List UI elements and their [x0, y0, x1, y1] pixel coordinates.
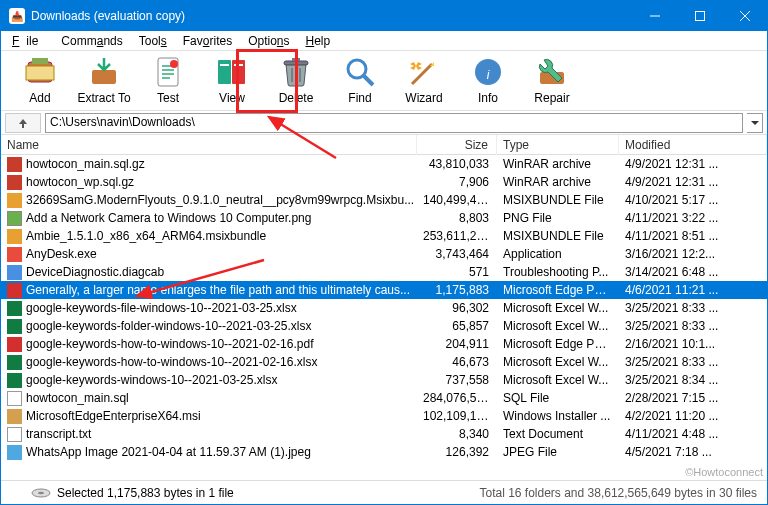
delete-button[interactable]: Delete — [265, 52, 327, 110]
wizard-icon — [408, 56, 440, 88]
file-row[interactable]: howtocon_main.sql.gz43,810,033WinRAR arc… — [1, 155, 767, 173]
find-button[interactable]: Find — [329, 52, 391, 110]
file-row[interactable]: google-keywords-file-windows-10--2021-03… — [1, 299, 767, 317]
svg-line-20 — [364, 76, 373, 85]
close-button[interactable] — [722, 1, 767, 31]
file-row[interactable]: google-keywords-how-to-windows-10--2021-… — [1, 335, 767, 353]
file-size: 140,499,451 — [417, 192, 497, 208]
add-icon — [24, 56, 56, 88]
menu-tools[interactable]: Tools — [132, 32, 174, 50]
minimize-button[interactable] — [632, 1, 677, 31]
file-row[interactable]: MicrosoftEdgeEnterpriseX64.msi102,109,18… — [1, 407, 767, 425]
find-icon — [344, 56, 376, 88]
file-icon — [7, 337, 22, 352]
toolbar: Add Extract To Test View Delete Find Wiz… — [1, 51, 767, 111]
maximize-button[interactable] — [677, 1, 722, 31]
wizard-button[interactable]: Wizard — [393, 52, 455, 110]
file-row[interactable]: WhatsApp Image 2021-04-04 at 11.59.37 AM… — [1, 443, 767, 461]
file-modified: 3/25/2021 8:33 ... — [619, 318, 767, 334]
file-row[interactable]: transcript.txt8,340Text Document4/11/202… — [1, 425, 767, 443]
file-icon — [7, 157, 22, 172]
svg-rect-11 — [232, 60, 245, 84]
col-size[interactable]: Size — [417, 135, 497, 155]
file-row[interactable]: DeviceDiagnostic.diagcab571Troubleshooti… — [1, 263, 767, 281]
file-modified: 2/28/2021 7:15 ... — [619, 390, 767, 406]
file-name: DeviceDiagnostic.diagcab — [26, 265, 164, 279]
file-size: 126,392 — [417, 444, 497, 460]
view-icon — [216, 56, 248, 88]
file-type: Microsoft Excel W... — [497, 354, 619, 370]
file-icon — [7, 427, 22, 442]
repair-button[interactable]: Repair — [521, 52, 583, 110]
file-row[interactable]: howtocon_wp.sql.gz7,906WinRAR archive4/9… — [1, 173, 767, 191]
file-type: WinRAR archive — [497, 156, 619, 172]
path-dropdown[interactable] — [747, 113, 763, 133]
menu-file[interactable]: File — [5, 32, 52, 50]
col-modified[interactable]: Modified — [619, 135, 767, 155]
svg-rect-14 — [284, 61, 308, 65]
file-name: MicrosoftEdgeEnterpriseX64.msi — [26, 409, 201, 423]
extract-icon — [88, 56, 120, 88]
file-size: 65,857 — [417, 318, 497, 334]
file-row[interactable]: 32669SamG.ModernFlyouts_0.9.1.0_neutral_… — [1, 191, 767, 209]
file-row[interactable]: Ambie_1.5.1.0_x86_x64_ARM64.msixbundle25… — [1, 227, 767, 245]
menu-commands[interactable]: Commands — [54, 32, 129, 50]
file-row[interactable]: google-keywords-how-to-windows-10--2021-… — [1, 353, 767, 371]
svg-rect-10 — [218, 60, 231, 84]
svg-rect-5 — [32, 58, 48, 64]
file-row[interactable]: AnyDesk.exe3,743,464Application3/16/2021… — [1, 245, 767, 263]
file-size: 8,803 — [417, 210, 497, 226]
file-modified: 4/2/2021 11:20 ... — [619, 408, 767, 424]
file-modified: 4/6/2021 11:21 ... — [619, 282, 767, 298]
file-row[interactable]: google-keywords-windows-10--2021-03-25.x… — [1, 371, 767, 389]
file-list[interactable]: howtocon_main.sql.gz43,810,033WinRAR arc… — [1, 155, 767, 461]
up-button[interactable] — [5, 113, 41, 133]
file-row[interactable]: Generally, a larger name enlarges the fi… — [1, 281, 767, 299]
file-icon — [7, 409, 22, 424]
svg-rect-7 — [92, 70, 116, 84]
file-icon — [7, 247, 22, 262]
col-type[interactable]: Type — [497, 135, 619, 155]
status-selected: Selected 1,175,883 bytes in 1 file — [57, 486, 234, 500]
app-icon: 📥 — [9, 8, 25, 24]
file-type: Application — [497, 246, 619, 262]
repair-icon — [536, 56, 568, 88]
file-row[interactable]: howtocon_main.sql284,076,548SQL File2/28… — [1, 389, 767, 407]
file-name: howtocon_main.sql.gz — [26, 157, 145, 171]
view-button[interactable]: View — [201, 52, 263, 110]
col-name[interactable]: Name — [1, 135, 417, 155]
file-icon — [7, 319, 22, 334]
menu-options[interactable]: Options — [241, 32, 296, 50]
window-title: Downloads (evaluation copy) — [31, 9, 632, 23]
file-modified: 3/25/2021 8:34 ... — [619, 372, 767, 388]
file-type: Windows Installer ... — [497, 408, 619, 424]
file-modified: 4/10/2021 5:17 ... — [619, 192, 767, 208]
file-type: Microsoft Edge PD... — [497, 336, 619, 352]
menu-help[interactable]: Help — [299, 32, 338, 50]
path-input[interactable]: C:\Users\navin\Downloads\ — [45, 113, 743, 133]
file-size: 102,109,184 — [417, 408, 497, 424]
status-bar: Selected 1,175,883 bytes in 1 file Total… — [1, 480, 767, 504]
file-row[interactable]: Add a Network Camera to Windows 10 Compu… — [1, 209, 767, 227]
svg-rect-6 — [26, 66, 54, 80]
address-bar: C:\Users\navin\Downloads\ — [1, 111, 767, 135]
menu-favorites[interactable]: Favorites — [176, 32, 239, 50]
svg-rect-13 — [234, 64, 243, 66]
file-size: 3,743,464 — [417, 246, 497, 262]
svg-point-9 — [170, 60, 178, 68]
file-name: howtocon_wp.sql.gz — [26, 175, 134, 189]
file-name: AnyDesk.exe — [26, 247, 97, 261]
svg-rect-12 — [220, 64, 229, 66]
test-button[interactable]: Test — [137, 52, 199, 110]
file-row[interactable]: google-keywords-folder-windows-10--2021-… — [1, 317, 767, 335]
add-button[interactable]: Add — [9, 52, 71, 110]
menu-bar: File Commands Tools Favorites Options He… — [1, 31, 767, 51]
info-button[interactable]: i Info — [457, 52, 519, 110]
extract-button[interactable]: Extract To — [73, 52, 135, 110]
file-name: Generally, a larger name enlarges the fi… — [26, 283, 410, 297]
file-icon — [7, 283, 22, 298]
file-type: PNG File — [497, 210, 619, 226]
file-size: 571 — [417, 264, 497, 280]
file-icon — [7, 265, 22, 280]
file-size: 253,611,244 — [417, 228, 497, 244]
